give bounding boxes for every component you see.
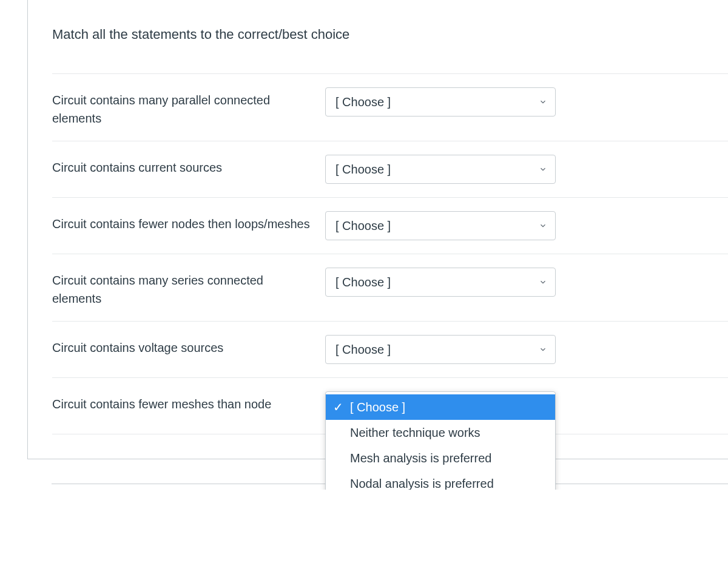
statement-text: Circuit contains many parallel connected…: [52, 87, 313, 127]
option-label: Mesh analysis is preferred: [350, 451, 491, 465]
answer-select[interactable]: [ Choose ]: [325, 87, 556, 116]
dropdown-option[interactable]: ✓ [ Choose ]: [326, 394, 555, 420]
dropdown-option[interactable]: Mesh analysis is preferred: [326, 445, 555, 471]
question-body: Match all the statements to the correct/…: [28, 0, 728, 459]
answer-select[interactable]: [ Choose ]: [325, 268, 556, 297]
match-row: Circuit contains many parallel connected…: [52, 73, 728, 141]
select-value: [ Choose ]: [335, 217, 391, 235]
dropdown-menu: ✓ [ Choose ] Neither technique works Mes…: [325, 391, 556, 490]
select-value: [ Choose ]: [335, 340, 391, 359]
question-panel: Match all the statements to the correct/…: [27, 0, 728, 459]
option-label: [ Choose ]: [350, 400, 405, 414]
match-row: Circuit contains current sources [ Choos…: [52, 141, 728, 197]
statement-text: Circuit contains voltage sources: [52, 335, 313, 357]
match-row: Circuit contains fewer nodes then loops/…: [52, 197, 728, 254]
answer-select[interactable]: [ Choose ]: [325, 211, 556, 240]
match-row: Circuit contains fewer meshes than node …: [52, 377, 728, 434]
answer-select[interactable]: [ Choose ]: [325, 335, 556, 364]
match-row: Circuit contains voltage sources [ Choos…: [52, 321, 728, 377]
answer-select[interactable]: [ Choose ]: [325, 155, 556, 184]
option-label: Neither technique works: [350, 426, 480, 439]
select-box[interactable]: [ Choose ]: [325, 155, 556, 184]
check-icon: ✓: [333, 398, 343, 416]
select-value: [ Choose ]: [335, 160, 391, 178]
select-box[interactable]: [ Choose ]: [325, 335, 556, 364]
select-box[interactable]: [ Choose ]: [325, 211, 556, 240]
statement-text: Circuit contains current sources: [52, 155, 313, 177]
select-value: [ Choose ]: [335, 273, 391, 291]
question-prompt: Match all the statements to the correct/…: [52, 24, 728, 44]
select-value: [ Choose ]: [335, 93, 391, 111]
statement-text: Circuit contains fewer meshes than node: [52, 391, 313, 413]
match-row: Circuit contains many series connected e…: [52, 254, 728, 321]
select-box[interactable]: [ Choose ]: [325, 87, 556, 116]
select-box[interactable]: [ Choose ]: [325, 268, 556, 297]
dropdown-option[interactable]: Nodal analysis is preferred: [326, 471, 555, 490]
option-label: Nodal analysis is preferred: [350, 477, 494, 490]
answer-select[interactable]: [ Choose ] ✓ [ Choose ] Neither techniqu…: [325, 391, 556, 420]
statement-text: Circuit contains fewer nodes then loops/…: [52, 211, 313, 233]
statement-text: Circuit contains many series connected e…: [52, 268, 313, 308]
dropdown-option[interactable]: Neither technique works: [326, 420, 555, 445]
